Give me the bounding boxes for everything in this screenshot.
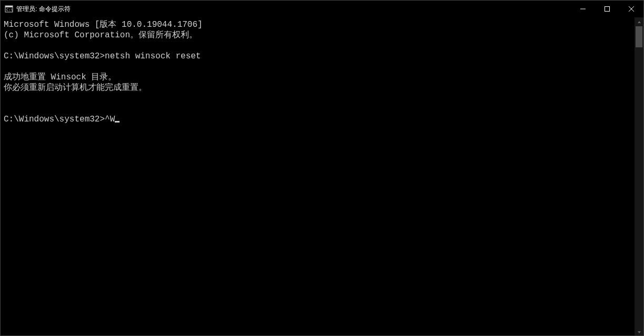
version-line: Microsoft Windows [版本 10.0.19044.1706] [4, 20, 203, 29]
terminal-area: Microsoft Windows [版本 10.0.19044.1706] (… [1, 17, 643, 336]
output-line: 你必须重新启动计算机才能完成重置。 [4, 83, 147, 93]
prompt-path: C:\Windows\system32> [4, 115, 105, 124]
vertical-scrollbar[interactable] [635, 17, 643, 336]
close-button[interactable] [619, 1, 643, 17]
svg-text:C:\: C:\ [6, 8, 13, 12]
svg-marker-8 [638, 331, 641, 333]
svg-rect-1 [5, 6, 13, 7]
scroll-track[interactable] [635, 26, 643, 328]
maximize-button[interactable] [595, 1, 619, 17]
minimize-button[interactable] [571, 1, 595, 17]
app-icon: C:\ [5, 5, 13, 13]
command-text: netsh winsock reset [105, 52, 201, 61]
scroll-down-button[interactable] [635, 328, 643, 336]
window-title: 管理员: 命令提示符 [16, 5, 71, 14]
scroll-thumb[interactable] [636, 26, 642, 47]
svg-marker-7 [638, 21, 641, 23]
window-titlebar: C:\ 管理员: 命令提示符 [1, 1, 643, 17]
prompt-path: C:\Windows\system32> [4, 52, 105, 61]
terminal-output[interactable]: Microsoft Windows [版本 10.0.19044.1706] (… [1, 17, 635, 336]
output-line: 成功地重置 Winsock 目录。 [4, 73, 116, 82]
copyright-line: (c) Microsoft Corporation。保留所有权利。 [4, 30, 197, 40]
svg-rect-4 [605, 7, 610, 12]
scroll-up-button[interactable] [635, 17, 643, 26]
text-cursor [115, 121, 120, 123]
command-text: ^W [105, 115, 115, 124]
